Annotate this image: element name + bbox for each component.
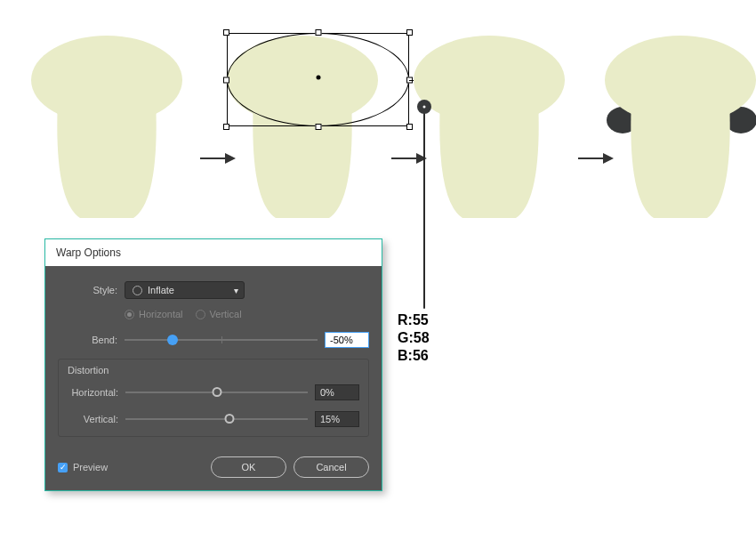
vertical-distortion-slider[interactable]	[125, 418, 308, 420]
center-point[interactable]	[316, 76, 320, 80]
orientation-vertical-radio[interactable]: Vertical	[196, 309, 242, 319]
horizontal-distortion-input[interactable]: 0%	[315, 384, 359, 400]
resize-handle[interactable]	[315, 29, 321, 36]
orientation-horizontal-radio[interactable]: Horizontal	[125, 309, 183, 319]
orientation-group: Horizontal Vertical	[125, 309, 369, 319]
warp-options-dialog: Warp Options Style: Inflate Horizontal V…	[44, 238, 382, 491]
mushroom-step-1	[27, 31, 187, 218]
bend-label: Bend:	[58, 335, 125, 345]
mushroom-step-4	[600, 31, 756, 218]
style-select[interactable]: Inflate	[125, 281, 245, 299]
inflate-icon	[133, 286, 142, 295]
rgb-g: G:58	[398, 329, 430, 347]
canvas-area	[27, 18, 747, 240]
horizontal-distortion-label: Horizontal:	[68, 387, 125, 398]
distortion-title: Distortion	[68, 365, 359, 375]
radio-icon	[196, 310, 205, 319]
radio-icon	[125, 310, 134, 319]
style-value: Inflate	[148, 285, 174, 295]
vertical-distortion-label: Vertical:	[68, 414, 125, 424]
rgb-r: R:55	[398, 311, 430, 329]
dialog-title: Warp Options	[45, 239, 382, 266]
style-label: Style:	[58, 285, 125, 295]
resize-handle[interactable]	[223, 29, 229, 36]
bend-slider[interactable]	[125, 339, 318, 341]
resize-handle[interactable]	[223, 77, 229, 83]
cancel-button[interactable]: Cancel	[294, 456, 369, 478]
rgb-readout: R:55 G:58 B:56	[398, 311, 430, 365]
horizontal-distortion-slider[interactable]	[125, 392, 308, 393]
color-pointer-ball	[417, 100, 431, 114]
ok-button[interactable]: OK	[211, 456, 286, 478]
distortion-panel: Distortion Horizontal: 0% Vertical: 15%	[58, 359, 369, 437]
preview-label: Preview	[73, 462, 108, 472]
resize-handle[interactable]	[223, 124, 229, 130]
checkbox-icon: ✓	[58, 463, 68, 472]
preview-checkbox[interactable]: ✓ Preview	[58, 462, 108, 472]
color-pointer-line	[423, 109, 425, 309]
bend-value-input[interactable]: -50%	[325, 332, 369, 348]
selection-bounding-box[interactable]	[227, 33, 409, 126]
mushroom-step-3	[409, 31, 569, 218]
rgb-b: B:56	[398, 347, 430, 365]
vertical-distortion-input[interactable]: 15%	[315, 411, 359, 427]
resize-handle[interactable]	[315, 124, 321, 130]
